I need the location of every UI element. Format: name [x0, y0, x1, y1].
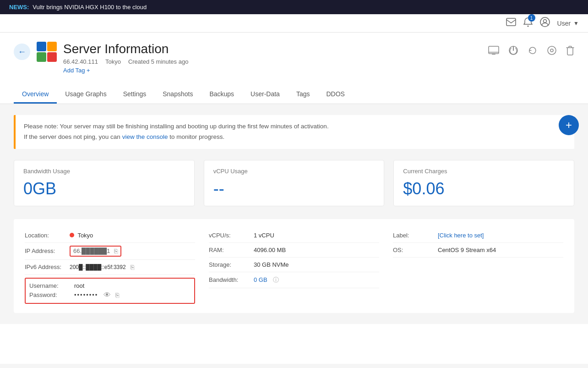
storage-row: Storage: 30 GB NVMe	[209, 258, 379, 272]
nav-icons: 1 User ▼	[506, 17, 579, 29]
tabs-row: Overview Usage Graphs Settings Snapshots…	[14, 78, 574, 104]
content-area: + Please note: Your server may still be …	[0, 104, 588, 324]
username-text: User	[557, 20, 571, 27]
location-label: Location:	[25, 232, 66, 239]
svg-point-9	[548, 46, 556, 55]
details-col1: Location: Tokyo IP Address: 66.██████1 ⎘	[25, 228, 195, 304]
bandwidth-detail-value[interactable]: 0 GB	[254, 276, 267, 283]
notification-badge: 1	[528, 14, 535, 22]
server-location: Tokyo	[105, 58, 121, 65]
bandwidth-label: Bandwidth Usage	[23, 168, 185, 175]
vcpu-value: --	[213, 179, 375, 198]
refresh-icon[interactable]	[528, 45, 538, 58]
svg-point-3	[543, 20, 546, 23]
charges-card: Current Charges $0.06	[393, 160, 574, 206]
tab-overview[interactable]: Overview	[14, 86, 57, 104]
credentials-box: Username: root Password: •••••••• 👁 ⎘	[25, 278, 195, 304]
page-title: Server Information	[63, 42, 188, 56]
bandwidth-card: Bandwidth Usage 0GB	[14, 160, 195, 206]
location-row: Location: Tokyo	[25, 228, 195, 243]
svg-rect-0	[506, 18, 516, 26]
label-row: Label: [Click here to set]	[393, 228, 563, 243]
tab-snapshots[interactable]: Snapshots	[154, 86, 201, 104]
tab-tags[interactable]: Tags	[288, 86, 318, 104]
user-menu[interactable]: User ▼	[557, 20, 579, 27]
tab-backups[interactable]: Backups	[201, 86, 242, 104]
main-wrapper: ← Server Information 66.42.40.111 Tokyo …	[0, 33, 588, 364]
bandwidth-detail-label: Bandwidth:	[209, 276, 250, 283]
password-value: ••••••••	[74, 291, 98, 298]
server-actions	[488, 45, 574, 58]
server-header-left: ← Server Information 66.42.40.111 Tokyo …	[14, 42, 188, 74]
label-label: Label:	[393, 232, 434, 239]
charges-value: $0.06	[403, 179, 565, 198]
storage-label: Storage:	[209, 261, 250, 268]
notice-line2: If the server does not ping, you can vie…	[24, 132, 566, 143]
password-label: Password:	[29, 291, 71, 298]
server-meta: 66.42.40.111 Tokyo Created 5 minutes ago	[63, 58, 188, 65]
stats-row: Bandwidth Usage 0GB vCPU Usage -- Curren…	[14, 160, 574, 206]
delete-icon[interactable]	[566, 45, 574, 58]
server-ip: 66.42.40.111	[63, 58, 98, 65]
location-value: Tokyo	[70, 232, 93, 239]
watermark: CSDN @天池小天	[0, 364, 588, 368]
add-button[interactable]: +	[559, 115, 579, 135]
notice-post: to monitor progress.	[169, 133, 224, 140]
copy-ipv6-icon[interactable]: ⎘	[131, 264, 134, 271]
bandwidth-value: 0GB	[23, 179, 185, 198]
notice-box: Please note: Your server may still be fi…	[14, 115, 574, 149]
copy-password-icon[interactable]: ⎘	[115, 291, 119, 299]
tabs-container: Overview Usage Graphs Settings Snapshots…	[14, 86, 353, 104]
user-icon-btn[interactable]	[540, 17, 550, 29]
bandwidth-detail-row: Bandwidth: 0 GB ⓘ	[209, 272, 379, 288]
svg-point-10	[550, 49, 553, 52]
svg-point-1	[527, 26, 528, 27]
vcpu-detail-row: vCPU/s: 1 vCPU	[209, 228, 379, 243]
copy-ip-icon[interactable]: ⎘	[114, 247, 118, 255]
add-tag-link[interactable]: Add Tag +	[63, 67, 188, 74]
server-logo	[37, 42, 57, 62]
ram-row: RAM: 4096.00 MB	[209, 243, 379, 258]
details-grid: Location: Tokyo IP Address: 66.██████1 ⎘	[25, 228, 563, 304]
chevron-down-icon: ▼	[573, 20, 579, 27]
os-row: OS: CentOS 9 Stream x64	[393, 243, 563, 258]
tab-user-data[interactable]: User-Data	[242, 86, 288, 104]
show-password-icon[interactable]: 👁	[103, 291, 111, 299]
tab-usage-graphs[interactable]: Usage Graphs	[57, 86, 114, 104]
back-button[interactable]: ←	[14, 44, 30, 60]
details-col2: vCPU/s: 1 vCPU RAM: 4096.00 MB Storage: …	[209, 228, 379, 304]
mail-icon-btn[interactable]	[506, 18, 516, 28]
charges-label: Current Charges	[403, 168, 565, 175]
ip-value: 66.██████1	[73, 247, 110, 254]
news-text: Vultr brings NVIDIA HGX H100 to the clou…	[33, 4, 147, 11]
username-label: Username:	[29, 282, 71, 289]
vcpu-detail-value: 1 vCPU	[254, 232, 274, 239]
notice-line1: Please note: Your server may still be fi…	[24, 121, 566, 132]
ram-label: RAM:	[209, 247, 250, 253]
ipv6-value: 200█::████::e5f:3392	[70, 264, 126, 270]
tab-ddos[interactable]: DDOS	[318, 86, 353, 104]
storage-value: 30 GB NVMe	[254, 261, 289, 268]
console-icon[interactable]	[488, 46, 499, 58]
username-row: Username: root	[29, 281, 191, 290]
disk-icon[interactable]	[547, 45, 557, 58]
server-title-area: Server Information 66.42.40.111 Tokyo Cr…	[63, 42, 188, 74]
svg-rect-6	[492, 54, 495, 55]
notification-icon-btn[interactable]: 1	[523, 17, 533, 29]
password-row: Password: •••••••• 👁 ⎘	[29, 290, 191, 300]
ip-row: IP Address: 66.██████1 ⎘	[25, 243, 195, 260]
location-dot	[70, 233, 74, 237]
notice-pre: If the server does not ping, you can	[24, 133, 122, 140]
view-console-link[interactable]: view the console	[122, 133, 168, 140]
username-value: root	[74, 282, 84, 289]
vcpu-detail-label: vCPU/s:	[209, 232, 250, 239]
ip-box: 66.██████1 ⎘	[70, 246, 121, 257]
ipv6-row: IPv6 Address: 200█::████::e5f:3392 ⎘	[25, 260, 195, 275]
vcpu-label: vCPU Usage	[213, 168, 375, 175]
details-section: Location: Tokyo IP Address: 66.██████1 ⎘	[14, 219, 574, 313]
label-value[interactable]: [Click here to set]	[438, 232, 484, 239]
os-value: CentOS 9 Stream x64	[438, 247, 496, 253]
tab-settings[interactable]: Settings	[115, 86, 155, 104]
power-icon[interactable]	[508, 45, 518, 58]
help-icon: ⓘ	[273, 276, 279, 284]
